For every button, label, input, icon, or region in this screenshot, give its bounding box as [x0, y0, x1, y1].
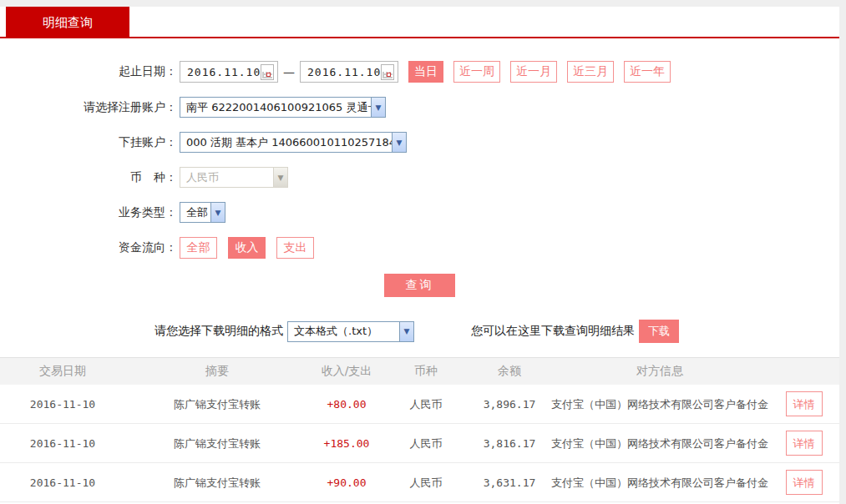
start-date-value: 2016.11.10 [187, 66, 261, 78]
content-panel: 明细查询 起止日期： 2016.11.10 — 2016.11.10 当日 近一… [0, 7, 839, 504]
sub-account-select[interactable]: 000 活期 基本户 1406600101102571848 ▼ [180, 132, 407, 153]
query-button[interactable]: 查询 [384, 274, 455, 297]
chevron-down-icon[interactable]: ▼ [392, 133, 406, 152]
transactions-table: 交易日期 摘要 收入/支出 币种 余额 对方信息 2016-11-10 陈广锦支… [0, 357, 839, 502]
currency-value: 人民币 [180, 168, 273, 187]
currency-label: 币 种： [0, 170, 180, 185]
query-button-row: 查询 [0, 274, 839, 297]
fund-flow-income-button[interactable]: 收入 [228, 237, 266, 259]
header-balance: 余额 [468, 364, 551, 379]
table-header: 交易日期 摘要 收入/支出 币种 余额 对方信息 [0, 357, 839, 385]
cell-summary: 陈广锦支付宝转账 [125, 396, 309, 412]
cell-counterparty: 支付宝（中国）网络技术有限公司客户备付金 [551, 396, 768, 412]
currency-row: 币 种： 人民币 ▼ [0, 167, 839, 188]
tab-detail-query[interactable]: 明细查询 [6, 7, 129, 38]
cell-counterparty: 支付宝（中国）网络技术有限公司客户备付金 [551, 475, 768, 491]
business-type-value: 全部 [180, 203, 210, 222]
table-row: 2016-11-10 陈广锦支付宝转账 +80.00 人民币 3,896.17 … [0, 385, 839, 424]
cell-amount: +185.00 [309, 436, 384, 451]
detail-button[interactable]: 详情 [786, 470, 823, 495]
cell-date: 2016-11-10 [0, 475, 125, 491]
page: 明细查询 起止日期： 2016.11.10 — 2016.11.10 当日 近一… [0, 0, 846, 504]
business-type-select[interactable]: 全部 ▼ [180, 202, 225, 223]
calendar-icon[interactable] [381, 64, 394, 80]
header-date: 交易日期 [0, 364, 125, 379]
cell-currency: 人民币 [384, 436, 468, 451]
chevron-down-icon[interactable]: ▼ [371, 98, 385, 117]
fund-flow-all-button[interactable]: 全部 [180, 237, 217, 259]
fund-flow-row: 资金流向： 全部 收入 支出 [0, 237, 839, 259]
table-row: 2016-11-10 陈广锦支付宝转账 +90.00 人民币 3,631.17 … [0, 463, 839, 502]
cell-date: 2016-11-10 [0, 436, 125, 451]
table-row: 2016-11-10 陈广锦支付宝转账 +185.00 人民币 3,816.17… [0, 424, 839, 463]
quick-range-today-button[interactable]: 当日 [408, 61, 443, 83]
cell-currency: 人民币 [384, 475, 468, 491]
header-counterparty: 对方信息 [551, 364, 768, 379]
cell-balance: 3,631.17 [468, 475, 551, 491]
calendar-icon[interactable] [261, 64, 274, 80]
cell-summary: 陈广锦支付宝转账 [125, 436, 309, 451]
cell-currency: 人民币 [384, 396, 468, 412]
header-summary: 摘要 [125, 364, 309, 379]
end-date-input[interactable]: 2016.11.10 [300, 61, 398, 83]
cell-balance: 3,816.17 [468, 436, 551, 451]
register-account-select[interactable]: 南平 6222001406100921065 灵通卡 ▼ [180, 97, 386, 118]
header-amount: 收入/支出 [309, 364, 384, 379]
cell-amount: +90.00 [309, 475, 384, 491]
download-hint: 您可以在这里下载查询明细结果 [471, 324, 635, 339]
fund-flow-label: 资金流向： [0, 240, 180, 255]
chevron-down-icon[interactable]: ▼ [399, 322, 413, 341]
query-form: 起止日期： 2016.11.10 — 2016.11.10 当日 近一周 近一月… [0, 38, 839, 297]
chevron-down-icon: ▼ [273, 168, 287, 187]
end-date-value: 2016.11.10 [307, 66, 381, 78]
register-account-value: 南平 6222001406100921065 灵通卡 [180, 98, 371, 117]
header-currency: 币种 [384, 364, 468, 379]
quick-range-3months-button[interactable]: 近三月 [567, 61, 614, 83]
date-range-row: 起止日期： 2016.11.10 — 2016.11.10 当日 近一周 近一月… [0, 61, 839, 83]
date-range-label: 起止日期： [0, 64, 180, 79]
chevron-down-icon[interactable]: ▼ [210, 203, 225, 222]
fund-flow-expense-button[interactable]: 支出 [276, 237, 314, 259]
download-format-label: 请您选择下载明细的格式 [155, 324, 283, 339]
date-range-separator: — [283, 65, 295, 78]
cell-amount: +80.00 [309, 396, 384, 412]
quick-range-week-button[interactable]: 近一周 [453, 61, 500, 83]
cell-summary: 陈广锦支付宝转账 [125, 475, 309, 491]
register-account-row: 请选择注册账户： 南平 6222001406100921065 灵通卡 ▼ [0, 97, 839, 118]
cell-balance: 3,896.17 [468, 396, 551, 412]
detail-button[interactable]: 详情 [786, 391, 823, 416]
cell-counterparty: 支付宝（中国）网络技术有限公司客户备付金 [551, 436, 768, 451]
sub-account-label: 下挂账户： [0, 135, 180, 150]
currency-select: 人民币 ▼ [180, 167, 288, 188]
sub-account-row: 下挂账户： 000 活期 基本户 1406600101102571848 ▼ [0, 132, 839, 153]
download-row: 请您选择下载明细的格式 文本格式（.txt） ▼ 您可以在这里下载查询明细结果 … [0, 320, 839, 343]
download-format-select[interactable]: 文本格式（.txt） ▼ [287, 321, 414, 342]
business-type-row: 业务类型： 全部 ▼ [0, 202, 839, 223]
quick-range-month-button[interactable]: 近一月 [510, 61, 557, 83]
business-type-label: 业务类型： [0, 205, 180, 220]
tab-bar: 明细查询 [0, 7, 839, 38]
register-account-label: 请选择注册账户： [0, 100, 180, 115]
download-button[interactable]: 下载 [639, 320, 679, 343]
sub-account-value: 000 活期 基本户 1406600101102571848 [180, 133, 392, 152]
start-date-input[interactable]: 2016.11.10 [180, 61, 278, 83]
download-format-value: 文本格式（.txt） [288, 322, 399, 341]
quick-range-year-button[interactable]: 近一年 [624, 61, 671, 83]
cell-date: 2016-11-10 [0, 396, 125, 412]
detail-button[interactable]: 详情 [786, 431, 823, 456]
